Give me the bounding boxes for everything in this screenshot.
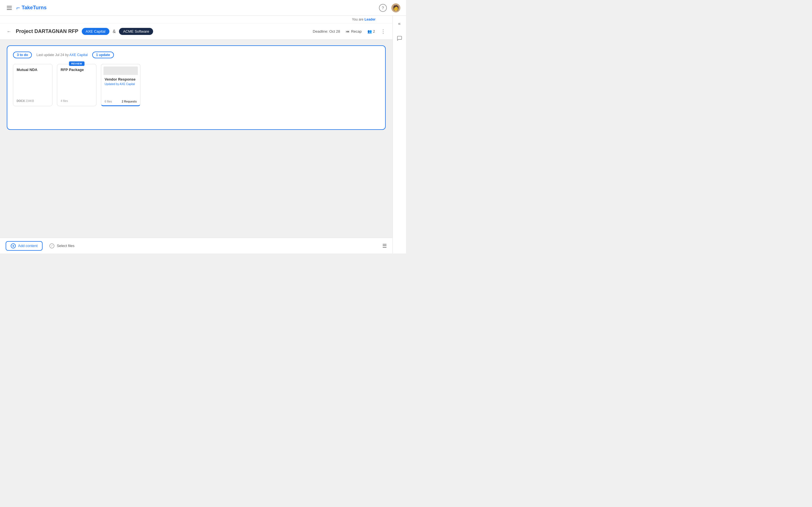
- collapse-icon[interactable]: «: [395, 19, 404, 28]
- people-count: 2: [373, 29, 375, 34]
- recap-label: Recap: [351, 29, 362, 34]
- logo[interactable]: ⌐ TakeTurns: [16, 4, 47, 11]
- help-icon[interactable]: ?: [379, 4, 387, 12]
- file-cards: Mutual NDA DOCX 234KB REVIEW RFP Package: [13, 64, 379, 106]
- ampersand: &: [113, 29, 116, 34]
- review-badge: REVIEW: [69, 61, 85, 66]
- last-update-text: Last update Jul 24 by AXE Capital: [36, 53, 87, 57]
- project-title: Project DARTAGNAN RFP: [16, 29, 79, 34]
- logo-icon: ⌐: [16, 4, 20, 11]
- people-icon: 👥: [367, 29, 372, 34]
- vendor-card-title: Vendor Response: [105, 77, 137, 81]
- vendor-file-count: 6 files: [105, 100, 112, 103]
- leader-role: Leader: [364, 17, 375, 21]
- logo-text: TakeTurns: [22, 5, 47, 11]
- leader-prefix: You are: [352, 17, 363, 21]
- file-card-mutual-nda[interactable]: Mutual NDA DOCX 234KB: [13, 64, 52, 106]
- file-card-body: [17, 74, 49, 97]
- header-left: ⌐ TakeTurns: [6, 4, 47, 11]
- plus-icon: +: [11, 243, 16, 248]
- right-sidebar: «: [393, 16, 406, 253]
- main-layout: You are Leader ← Project DARTAGNAN RFP A…: [0, 16, 406, 253]
- bottom-toolbar: + Add content ✓ Select files ☰: [0, 238, 393, 253]
- file-type: DOCX: [17, 100, 25, 103]
- project-header: ← Project DARTAGNAN RFP AXE Capital & AC…: [0, 23, 393, 40]
- leader-bar: You are Leader: [0, 16, 393, 23]
- party1-badge[interactable]: AXE Capital: [82, 28, 109, 35]
- avatar-face: 🧑: [393, 5, 399, 11]
- avatar[interactable]: 🧑: [391, 3, 400, 12]
- card-container: 3 to do Last update Jul 24 by AXE Capita…: [0, 40, 393, 238]
- party2-badge[interactable]: ACME Software: [119, 28, 153, 35]
- file-card-footer: 4 files: [61, 100, 93, 103]
- bottom-toolbar-right: ☰: [382, 243, 387, 249]
- hamburger-menu[interactable]: [6, 5, 13, 11]
- update-badge[interactable]: 1 update: [92, 52, 114, 58]
- file-size: 234KB: [26, 100, 34, 103]
- file-card-body: [61, 74, 93, 97]
- people-button[interactable]: 👥 2: [367, 29, 375, 34]
- last-update-party[interactable]: AXE Capital: [69, 53, 88, 57]
- file-card-title: Mutual NDA: [17, 68, 49, 72]
- list-view-icon[interactable]: ☰: [382, 243, 387, 249]
- add-content-label: Add content: [18, 244, 38, 248]
- file-card-vendor-response[interactable]: Vendor Response Updated by AXE Capital 6…: [101, 64, 140, 106]
- card-panel: 3 to do Last update Jul 24 by AXE Capita…: [7, 45, 386, 130]
- add-content-button[interactable]: + Add content: [6, 241, 43, 251]
- card-top-bar: 3 to do Last update Jul 24 by AXE Capita…: [13, 52, 379, 58]
- project-header-right: Deadline: Oct 28 ⏮ Recap 👥 2 ⋮: [313, 29, 386, 35]
- select-files-button[interactable]: ✓ Select files: [49, 243, 74, 248]
- main-content: 3 to do Last update Jul 24 by AXE Capita…: [0, 40, 393, 253]
- vendor-card-thumbnail: [103, 66, 138, 75]
- todo-badge[interactable]: 3 to do: [13, 52, 32, 58]
- recap-button[interactable]: ⏮ Recap: [346, 29, 362, 34]
- file-card-title: RFP Package: [61, 68, 93, 72]
- content-area: You are Leader ← Project DARTAGNAN RFP A…: [0, 16, 393, 253]
- file-card-rfp-package[interactable]: REVIEW RFP Package 4 files: [57, 64, 96, 106]
- check-icon: ✓: [49, 243, 54, 248]
- header-right: ? 🧑: [379, 3, 400, 12]
- more-menu-button[interactable]: ⋮: [380, 29, 386, 35]
- deadline-label: Deadline: Oct 28: [313, 29, 340, 34]
- vendor-requests: 2 Requests: [122, 100, 137, 103]
- back-arrow[interactable]: ←: [7, 29, 11, 34]
- file-count: 4 files: [61, 100, 68, 103]
- app-header: ⌐ TakeTurns ? 🧑: [0, 0, 406, 16]
- vendor-updated-text: Updated by AXE Capital: [105, 82, 137, 86]
- chat-icon[interactable]: [395, 34, 404, 43]
- select-files-label: Select files: [57, 244, 74, 248]
- vendor-card-content: Vendor Response Updated by AXE Capital: [101, 75, 140, 98]
- file-card-footer: DOCX 234KB: [17, 100, 49, 103]
- vendor-card-footer: 6 files 2 Requests: [101, 98, 140, 105]
- recap-icon: ⏮: [346, 29, 349, 34]
